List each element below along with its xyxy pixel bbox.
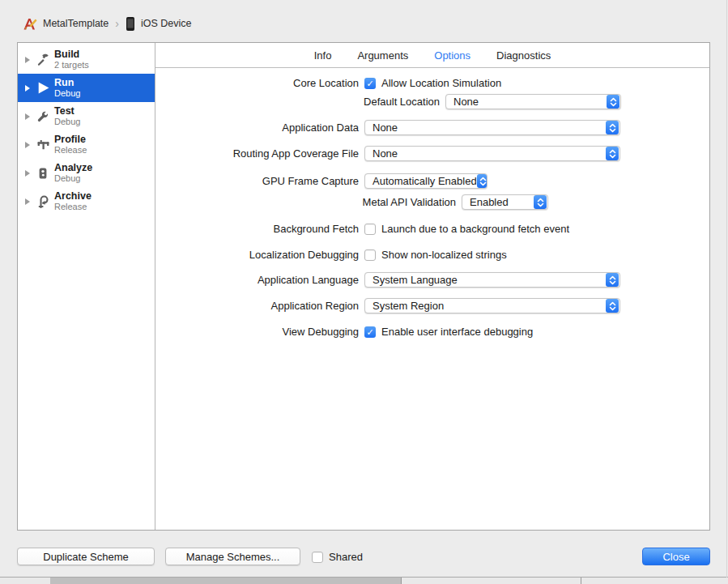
- row-default-location: Default Location None: [155, 94, 709, 109]
- field-label: Metal API Validation: [155, 196, 456, 208]
- disclosure-triangle-icon[interactable]: [24, 198, 34, 206]
- checkbox-label: Allow Location Simulation: [381, 77, 501, 89]
- sidebar-item-profile[interactable]: Profile Release: [18, 130, 155, 159]
- sidebar-item-sublabel: Debug: [54, 117, 80, 127]
- popup-stepper-icon: [534, 195, 547, 209]
- scheme-app-icon: [22, 16, 37, 32]
- sidebar-item-run[interactable]: Run Debug: [18, 74, 155, 102]
- field-label: View Debugging: [155, 326, 359, 338]
- popup-stepper-icon: [606, 299, 619, 313]
- field-label: Default Location: [155, 96, 440, 108]
- row-routing-app-coverage: Routing App Coverage File None: [155, 146, 709, 161]
- gauge-icon: [36, 138, 50, 152]
- row-view-debugging: View Debugging Enable user interface deb…: [155, 326, 709, 338]
- popup-value: Enabled: [462, 196, 509, 208]
- popup-value: System Language: [365, 274, 458, 286]
- disclosure-triangle-icon[interactable]: [24, 169, 34, 177]
- row-background-fetch: Background Fetch Launch due to a backgro…: [155, 223, 709, 235]
- analyze-icon: [36, 166, 50, 181]
- background-fetch-checkbox[interactable]: [364, 224, 376, 235]
- sidebar-item-archive[interactable]: Archive Release: [18, 187, 155, 215]
- popup-value: None: [446, 96, 479, 108]
- scheme-panel: Build 2 targets Run Debug: [17, 42, 710, 531]
- disclosure-triangle-icon[interactable]: [24, 141, 34, 149]
- disclosure-triangle-icon[interactable]: [24, 56, 34, 64]
- tab-info[interactable]: Info: [314, 49, 332, 62]
- allow-location-simulation-checkbox[interactable]: [364, 78, 376, 89]
- close-button[interactable]: Close: [642, 548, 710, 565]
- background-window-toolbar: [50, 578, 401, 584]
- shared-checkbox[interactable]: [312, 552, 323, 563]
- show-non-localized-strings-checkbox[interactable]: [364, 249, 376, 261]
- sidebar-item-label: Profile: [54, 134, 87, 145]
- row-application-data: Application Data None: [155, 120, 709, 135]
- sidebar-item-sublabel: Debug: [54, 173, 92, 184]
- breadcrumb-destination[interactable]: iOS Device: [141, 18, 192, 29]
- routing-app-coverage-popup[interactable]: None: [364, 146, 620, 161]
- duplicate-scheme-button[interactable]: Duplicate Scheme: [17, 548, 155, 565]
- checkbox-label: Enable user interface debugging: [381, 326, 533, 338]
- tab-bar: Info Arguments Options Diagnostics: [155, 43, 709, 68]
- disclosure-triangle-icon[interactable]: [24, 84, 34, 92]
- sidebar-item-sublabel: 2 targets: [54, 60, 89, 70]
- popup-stepper-icon: [477, 174, 487, 188]
- tab-arguments[interactable]: Arguments: [357, 49, 408, 62]
- breadcrumb-scheme-name[interactable]: MetalTemplate: [43, 18, 109, 29]
- application-language-popup[interactable]: System Language: [364, 272, 620, 288]
- archive-icon: [36, 194, 50, 209]
- popup-stepper-icon: [606, 121, 619, 134]
- options-pane: Info Arguments Options Diagnostics Core …: [155, 43, 709, 530]
- row-localization-debugging: Localization Debugging Show non-localize…: [155, 249, 709, 261]
- field-label: Application Language: [155, 274, 359, 286]
- field-label: Localization Debugging: [155, 249, 359, 261]
- tab-diagnostics[interactable]: Diagnostics: [496, 49, 551, 62]
- application-data-popup[interactable]: None: [364, 120, 620, 135]
- popup-stepper-icon: [606, 273, 619, 287]
- row-gpu-frame-capture: GPU Frame Capture Automatically Enabled: [155, 173, 709, 189]
- manage-schemes-button[interactable]: Manage Schemes...: [165, 548, 300, 565]
- dialog-footer: Duplicate Scheme Manage Schemes... Share…: [0, 548, 728, 565]
- row-metal-api-validation: Metal API Validation Enabled: [155, 194, 709, 210]
- sidebar-item-label: Build: [54, 49, 89, 60]
- field-label: GPU Frame Capture: [155, 175, 359, 187]
- sidebar-item-label: Run: [54, 77, 80, 88]
- sidebar-item-label: Test: [54, 105, 80, 117]
- hammer-icon: [36, 53, 50, 67]
- row-application-language: Application Language System Language: [155, 272, 709, 288]
- popup-stepper-icon: [607, 95, 619, 109]
- background-window-strip: [0, 578, 728, 584]
- scheme-editor-dialog: MetalTemplate › iOS Device Build 2 targe…: [0, 0, 728, 584]
- sidebar-item-analyze[interactable]: Analyze Debug: [18, 159, 155, 187]
- field-label: Core Location: [155, 77, 359, 89]
- checkbox-label: Launch due to a background fetch event: [381, 223, 569, 235]
- options-form: Core Location Allow Location Simulation …: [155, 68, 709, 338]
- breadcrumb-separator: ›: [115, 17, 119, 30]
- enable-ui-debugging-checkbox[interactable]: [364, 326, 376, 338]
- field-label: Application Data: [155, 121, 359, 134]
- metal-api-validation-popup[interactable]: Enabled: [462, 194, 548, 210]
- play-icon: [36, 81, 50, 96]
- field-label: Application Region: [155, 300, 359, 312]
- field-label: Routing App Coverage File: [155, 147, 359, 160]
- sidebar-item-sublabel: Release: [54, 202, 92, 212]
- sidebar-item-label: Archive: [54, 190, 92, 202]
- breadcrumb: MetalTemplate › iOS Device: [22, 15, 192, 32]
- sidebar-item-test[interactable]: Test Debug: [18, 102, 155, 130]
- shared-label: Shared: [329, 551, 363, 563]
- background-window-divider: [401, 578, 402, 584]
- row-application-region: Application Region System Region: [155, 298, 709, 313]
- popup-stepper-icon: [606, 147, 619, 160]
- sidebar-item-build[interactable]: Build 2 targets: [18, 45, 155, 74]
- application-region-popup[interactable]: System Region: [364, 298, 620, 313]
- disclosure-triangle-icon[interactable]: [24, 113, 34, 121]
- sidebar-item-label: Analyze: [54, 162, 92, 173]
- background-window-divider: [581, 578, 581, 584]
- popup-value: System Region: [365, 300, 444, 312]
- shared-option: Shared: [312, 551, 363, 563]
- popup-value: None: [365, 147, 398, 160]
- gpu-frame-capture-popup[interactable]: Automatically Enabled: [364, 173, 487, 189]
- default-location-popup[interactable]: None: [445, 94, 621, 109]
- popup-value: None: [365, 121, 398, 134]
- checkbox-label: Show non-localized strings: [381, 249, 507, 261]
- tab-options[interactable]: Options: [434, 49, 470, 62]
